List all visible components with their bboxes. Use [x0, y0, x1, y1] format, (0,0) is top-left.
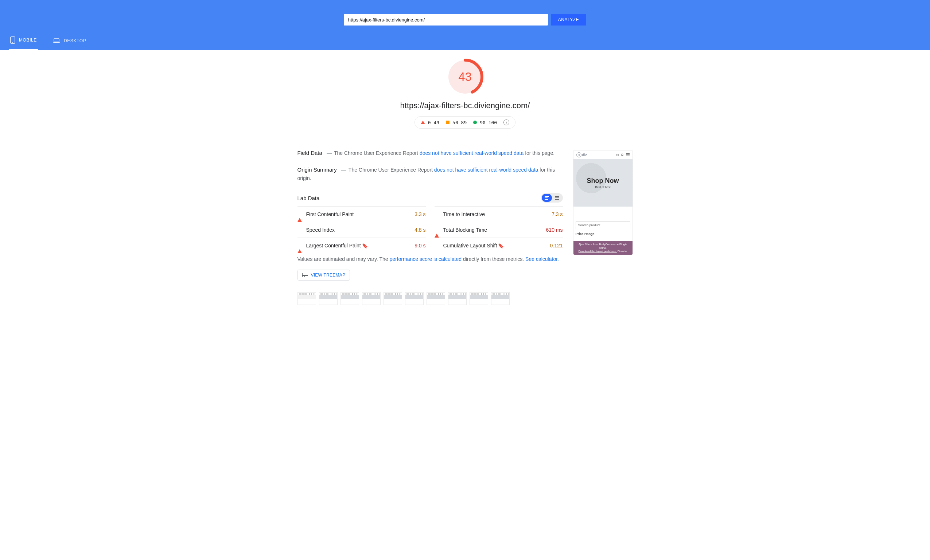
- square-icon: [446, 121, 450, 124]
- field-data-link[interactable]: does not have sufficient real-world spee…: [420, 150, 524, 156]
- metric-row[interactable]: Time to Interactive7.3 s: [434, 206, 563, 222]
- metrics-col-left: First Contentful Paint3.3 sSpeed Index4.…: [297, 206, 426, 253]
- filmstrip-thumb[interactable]: [340, 292, 359, 305]
- metric-name: Time to Interactive: [443, 211, 552, 217]
- origin-summary-text: Origin Summary—The Chrome User Experienc…: [297, 166, 563, 182]
- info-icon[interactable]: i: [503, 120, 509, 125]
- search-row: ANALYZE: [0, 0, 930, 34]
- phone-icon: [10, 37, 15, 44]
- preview-banner-l1: Ajax Filters from BodyCommerce Plugin de…: [579, 242, 627, 250]
- origin-summary-link[interactable]: does not have sufficient real-world spee…: [434, 167, 538, 173]
- legend-mid: 50–89: [446, 120, 467, 125]
- score-legend: 0–49 50–89 90–100 i: [414, 116, 516, 129]
- filmstrip-thumb[interactable]: [383, 292, 402, 305]
- metric-name: Largest Contentful Paint🔖: [306, 242, 415, 249]
- device-tabs: MOBILE DESKTOP: [0, 34, 930, 50]
- metric-value: 4.8 s: [414, 227, 425, 233]
- score-area: 43 https://ajax-filters-bc.diviengine.co…: [0, 50, 930, 139]
- tab-desktop[interactable]: DESKTOP: [51, 34, 88, 50]
- preview-topbar: D divi: [573, 150, 633, 159]
- content: Field Data—The Chrome User Experience Re…: [290, 139, 640, 319]
- metric-view-toggle: [541, 193, 563, 203]
- tab-mobile[interactable]: MOBILE: [9, 34, 38, 50]
- svg-rect-3: [53, 42, 60, 43]
- app-header: ANALYZE MOBILE DESKTOP: [0, 0, 930, 50]
- triangle-icon: [434, 228, 439, 238]
- filmstrip-thumb[interactable]: [297, 292, 316, 305]
- preview-logo-text: divi: [582, 153, 588, 157]
- preview-hero-sub: Best of best: [595, 186, 610, 189]
- filmstrip-thumb[interactable]: [427, 292, 445, 305]
- metric-name: First Contentful Paint: [306, 211, 415, 217]
- metric-value: 7.3 s: [551, 211, 562, 217]
- filmstrip-thumb[interactable]: [448, 292, 467, 305]
- lab-data-header: Lab Data: [297, 193, 563, 203]
- metric-row[interactable]: Largest Contentful Paint🔖9.0 s: [297, 238, 426, 253]
- lab-data-title: Lab Data: [297, 195, 320, 201]
- analyze-button[interactable]: ANALYZE: [551, 14, 586, 26]
- metric-value: 0.121: [550, 242, 562, 249]
- view-treemap-button[interactable]: VIEW TREEMAP: [297, 270, 350, 281]
- preview-search: Search product: [576, 221, 630, 229]
- footnote-p2: directly from these metrics.: [462, 256, 525, 262]
- tested-url: https://ajax-filters-bc.diviengine.com/: [0, 101, 930, 110]
- svg-rect-2: [54, 38, 59, 42]
- metrics-grid: First Contentful Paint3.3 sSpeed Index4.…: [297, 206, 563, 253]
- left-column: Field Data—The Chrome User Experience Re…: [297, 149, 563, 305]
- filmstrip-thumb[interactable]: [491, 292, 510, 305]
- main: 43 https://ajax-filters-bc.diviengine.co…: [0, 50, 930, 319]
- perf-score-link[interactable]: performance score is calculated: [390, 256, 462, 262]
- svg-rect-6: [616, 154, 618, 156]
- metric-row[interactable]: Total Blocking Time610 ms: [434, 222, 563, 238]
- metric-row[interactable]: First Contentful Paint3.3 s: [297, 206, 426, 222]
- metrics-col-right: Time to Interactive7.3 sTotal Blocking T…: [434, 206, 563, 253]
- field-data-suffix: for this page.: [524, 150, 554, 156]
- bookmark-icon: 🔖: [362, 243, 368, 249]
- metric-value: 3.3 s: [414, 211, 425, 217]
- svg-line-8: [623, 156, 624, 156]
- metric-name: Cumulative Layout Shift🔖: [443, 242, 550, 249]
- filmstrip-thumb[interactable]: [470, 292, 488, 305]
- toggle-view-expanded[interactable]: [542, 194, 552, 202]
- metrics-footnote: Values are estimated and may vary. The p…: [297, 255, 563, 263]
- filmstrip-thumb[interactable]: [405, 292, 423, 305]
- footnote-p1: Values are estimated and may vary. The: [297, 256, 390, 262]
- bars-center-icon: [555, 196, 559, 199]
- metric-row[interactable]: Speed Index4.8 s: [297, 222, 426, 238]
- metric-row[interactable]: Cumulative Layout Shift🔖0.121: [434, 238, 563, 253]
- metric-value: 610 ms: [546, 227, 563, 233]
- origin-summary-prefix: The Chrome User Experience Report: [348, 167, 434, 173]
- page-preview: D divi Shop Now Best of best Search prod…: [573, 150, 633, 255]
- preview-logo: D divi: [576, 152, 588, 157]
- cart-icon: [616, 153, 619, 156]
- laptop-icon: [53, 38, 60, 43]
- filmstrip-thumb[interactable]: [319, 292, 337, 305]
- tab-mobile-label: MOBILE: [19, 38, 37, 43]
- preview-logo-icon: D: [576, 152, 582, 157]
- legend-poor: 0–49: [421, 120, 439, 125]
- svg-point-7: [621, 154, 623, 156]
- circle-icon: [473, 121, 477, 124]
- view-treemap-label: VIEW TREEMAP: [311, 273, 346, 278]
- legend-mid-text: 50–89: [453, 120, 467, 125]
- svg-point-1: [12, 42, 13, 43]
- preview-header-icons: [616, 153, 630, 156]
- preview-price-label: Price Range: [576, 232, 630, 236]
- filmstrip: [297, 292, 563, 305]
- url-input[interactable]: [344, 14, 548, 26]
- treemap-icon: [302, 273, 308, 277]
- legend-poor-text: 0–49: [428, 120, 439, 125]
- right-column: D divi Shop Now Best of best Search prod…: [573, 149, 633, 305]
- field-data-text: Field Data—The Chrome User Experience Re…: [297, 149, 563, 157]
- toggle-view-compact[interactable]: [552, 194, 562, 202]
- menu-icon: [626, 153, 630, 156]
- triangle-icon: [297, 243, 302, 253]
- metric-value: 9.0 s: [414, 242, 425, 249]
- filmstrip-thumb[interactable]: [362, 292, 380, 305]
- metric-name: Speed Index: [306, 227, 415, 233]
- triangle-icon: [421, 121, 425, 124]
- legend-good-text: 90–100: [480, 120, 497, 125]
- preview-banner-link: Download the layout pack here.: [579, 250, 617, 253]
- preview-hero: Shop Now Best of best: [573, 159, 633, 207]
- calculator-link[interactable]: See calculator.: [525, 256, 559, 262]
